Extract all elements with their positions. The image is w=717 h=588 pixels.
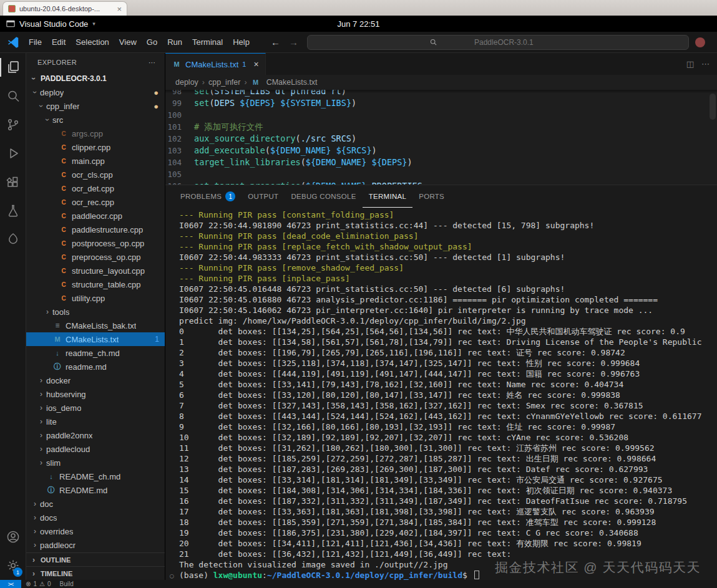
breadcrumb-item-cmakelists-txt[interactable]: MCMakeLists.txt (251, 77, 318, 87)
tree-item-ocr-det-cpp[interactable]: Cocr_det.cpp (26, 181, 165, 195)
terminal-line: --- Running PIR pass [constant_folding_p… (179, 210, 717, 220)
tree-item-ios-demo[interactable]: ›ios_demo (26, 401, 165, 415)
tree-item-cmakelists-txt[interactable]: MCMakeLists.txt1 (26, 332, 165, 346)
avatar[interactable] (695, 37, 705, 47)
line-number: 99 (165, 97, 194, 109)
tree-item-label: utility.cpp (72, 294, 105, 303)
cpp-file-icon: C (59, 156, 69, 166)
code-line-99: 99set(DEPS ${DEPS} ${SYSTEM_LIBS}) (165, 97, 717, 109)
tree-item-structure-layout-cpp[interactable]: Cstructure_layout.cpp (26, 264, 165, 277)
tree-item-main-cpp[interactable]: Cmain.cpp (26, 154, 165, 168)
status-bar: >< ⊗ 1 ⚠ 0 Build (0, 580, 717, 588)
menu-go[interactable]: Go (142, 35, 162, 49)
tree-item-cmakelists-bak-txt[interactable]: ≡CMakeLists_bak.txt (26, 319, 165, 332)
tree-item-src[interactable]: ›src (26, 113, 165, 127)
editor-more-actions-icon[interactable]: ⋯ (701, 59, 710, 69)
nav-back-icon[interactable]: ← (271, 37, 280, 47)
menu-selection[interactable]: Selection (71, 35, 114, 49)
tree-item-readme-ch-md[interactable]: ↓readme_ch.md (26, 346, 165, 360)
tree-item-paddle2onnx[interactable]: ›paddle2onnx (26, 428, 165, 442)
panel-tab-output[interactable]: OUTPUT (241, 185, 285, 208)
nav-forward-icon[interactable]: → (289, 37, 298, 47)
testing-icon[interactable] (0, 196, 26, 225)
tree-item-lite[interactable]: ›lite (26, 415, 165, 428)
explorer-icon[interactable] (0, 53, 26, 82)
line-number: 103 (165, 145, 194, 157)
gnome-clock[interactable]: Jun 7 22:51 (338, 19, 380, 29)
terminal-line: 2 det boxes: [[196,79],[265,79],[265,116… (179, 347, 717, 358)
panel-tab-problems[interactable]: PROBLEMS1 (174, 185, 241, 208)
code-editor[interactable]: 98set(SYSTEM_LIBS dl pthread rt)99set(DE… (165, 90, 717, 185)
account-icon[interactable] (0, 523, 26, 551)
warning-count: 0 (47, 581, 51, 587)
breadcrumb-separator: › (202, 78, 205, 87)
tree-item-doc[interactable]: ›doc (26, 497, 165, 511)
tree-item-hubserving[interactable]: ›hubserving (26, 387, 165, 401)
tree-item-deploy[interactable]: ›deploy● (26, 85, 165, 99)
cpp-file-icon: C (59, 197, 69, 207)
gnome-app-menu[interactable]: Visual Studio Code ▾ (6, 19, 95, 29)
settings-icon[interactable]: 1 (0, 551, 26, 580)
vm-window-tab[interactable]: ubuntu-20.04.6-desktop-... × (2, 1, 127, 16)
breadcrumb-item-deploy[interactable]: deploy (175, 78, 198, 87)
tree-item-cpp-infer[interactable]: ›cpp_infer● (26, 99, 165, 113)
menu-view[interactable]: View (114, 35, 142, 49)
tree-item-overrides[interactable]: ›overrides (26, 524, 165, 538)
terminal-prompt[interactable]: ○(base) lxw@ubuntu:~/PaddleOCR-3.0.1/dep… (179, 570, 717, 580)
chevron-right-icon: › (29, 569, 39, 578)
vm-tab-close-icon[interactable]: × (117, 5, 122, 13)
timeline-section-header[interactable]: › TIMELINE (26, 566, 165, 580)
menu-help[interactable]: Help (228, 35, 255, 49)
terminal-line: 9 det boxes: [[32,166],[80,166],[80,193]… (179, 422, 717, 432)
tree-item-preprocess-op-cpp[interactable]: Cpreprocess_op.cpp (26, 250, 165, 264)
extensions-icon[interactable] (0, 168, 26, 196)
tree-item-docker[interactable]: ›docker (26, 374, 165, 387)
workspace-root-folder[interactable]: › PADDLEOCR-3.0.1 (26, 72, 165, 85)
outline-section-header[interactable]: › OUTLINE (26, 552, 165, 566)
tree-item-ocr-rec-cpp[interactable]: Cocr_rec.cpp (26, 195, 165, 209)
tab-close-icon[interactable]: × (253, 59, 258, 69)
tree-item-args-cpp[interactable]: Cargs.cpp (26, 127, 165, 140)
split-editor-icon[interactable]: ◫ (686, 59, 694, 69)
build-button[interactable]: Build (55, 581, 77, 587)
tab-cmakelists[interactable]: M CMakeLists.txt 1 × (165, 53, 266, 75)
panel-tab-debug-console[interactable]: DEBUG CONSOLE (285, 185, 362, 208)
terminal-line: 21 det boxes: [[36,432],[121,432],[121,4… (179, 549, 717, 559)
tree-item-tools[interactable]: ›tools (26, 305, 165, 319)
error-count: 1 (33, 581, 37, 587)
tree-item-postprocess-op-cpp[interactable]: Cpostprocess_op.cpp (26, 236, 165, 250)
tree-item-paddleocr[interactable]: ›paddleocr (26, 538, 165, 552)
source-control-icon[interactable] (0, 110, 26, 139)
search-icon[interactable] (0, 82, 26, 110)
menu-run[interactable]: Run (162, 35, 187, 49)
command-center[interactable] (307, 35, 689, 50)
tree-item-paddlestructure-cpp[interactable]: Cpaddlestructure.cpp (26, 223, 165, 236)
tree-item-paddleocr-cpp[interactable]: Cpaddleocr.cpp (26, 209, 165, 223)
menu-file[interactable]: File (24, 35, 47, 49)
tree-item-readme-ch-md[interactable]: ↓README_ch.md (26, 470, 165, 483)
tree-item-paddlecloud[interactable]: ›paddlecloud (26, 442, 165, 456)
tree-item-readme-md[interactable]: ⓘreadme.md (26, 360, 165, 374)
tree-item-docs[interactable]: ›docs (26, 511, 165, 524)
tree-item-readme-md[interactable]: ⓘREADME.md (26, 483, 165, 497)
panel-tab-ports[interactable]: PORTS (412, 185, 451, 208)
problems-status[interactable]: ⊗ 1 ⚠ 0 (21, 581, 55, 587)
remote-indicator[interactable]: >< (0, 580, 21, 588)
terminal-line: 4 det boxes: [[444,119],[491,119],[491,1… (179, 369, 717, 379)
run-debug-icon[interactable] (0, 139, 26, 168)
tree-item-ocr-cls-cpp[interactable]: Cocr_cls.cpp (26, 168, 165, 181)
menu-terminal[interactable]: Terminal (187, 35, 228, 49)
paddle-extension-icon[interactable] (0, 225, 26, 254)
tree-item-structure-table-cpp[interactable]: Cstructure_table.cpp (26, 277, 165, 291)
editor-scrollbar[interactable] (710, 94, 716, 120)
code-line-98: 98set(SYSTEM_LIBS dl pthread rt) (165, 90, 717, 97)
panel-tab-terminal[interactable]: TERMINAL (363, 185, 413, 208)
tree-item-slim[interactable]: ›slim (26, 456, 165, 470)
terminal[interactable]: --- Running PIR pass [constant_folding_p… (165, 208, 717, 580)
tree-item-clipper-cpp[interactable]: Cclipper.cpp (26, 140, 165, 154)
tree-item-utility-cpp[interactable]: Cutility.cpp (26, 291, 165, 305)
sidebar-more-actions-icon[interactable]: ⋯ (149, 59, 156, 67)
menu-edit[interactable]: Edit (47, 35, 71, 49)
breadcrumb-item-cpp-infer[interactable]: cpp_infer (208, 78, 240, 87)
command-center-search-input[interactable] (441, 38, 566, 47)
